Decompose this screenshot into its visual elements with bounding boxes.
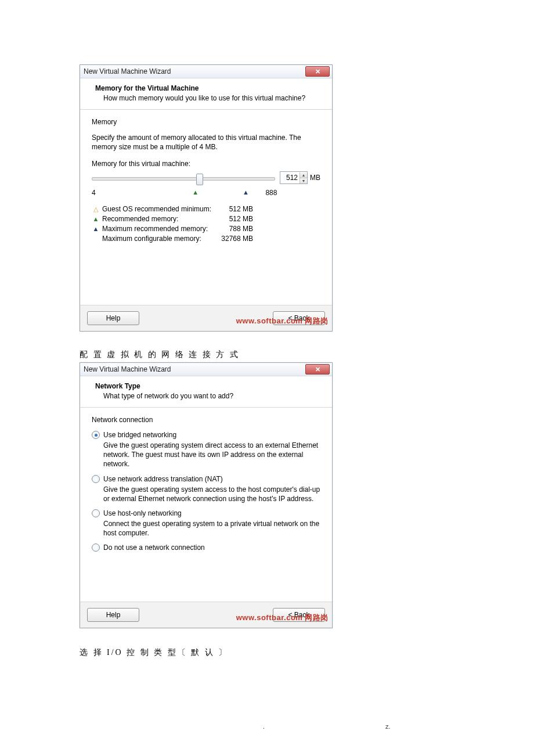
wizard-body: Memory Specify the amount of memory allo…	[80, 110, 332, 305]
max-triangle-icon: ▲	[92, 225, 100, 232]
section-label: Memory	[92, 118, 320, 126]
rec-row: △ Guest OS recommended minimum: 512 MB	[92, 205, 320, 213]
wizard-footer: Help < Back www.softbar.com 网路岗	[80, 305, 332, 331]
section-label: Network connection	[92, 416, 320, 424]
rec-row: ▲ Recommended memory: 512 MB	[92, 215, 320, 223]
spin-down-icon[interactable]: ▼	[300, 178, 307, 183]
option-nat[interactable]: Use network address translation (NAT) Gi…	[92, 475, 320, 503]
rec-label: Maximum recommended memory:	[102, 225, 212, 233]
titlebar[interactable]: New Virtual Machine Wizard ✕	[80, 363, 332, 376]
memory-spinbox[interactable]: 512 ▲ ▼	[280, 171, 308, 184]
spin-up-icon[interactable]: ▲	[300, 172, 307, 178]
back-button[interactable]: < Back	[273, 311, 325, 325]
recommendation-table: △ Guest OS recommended minimum: 512 MB ▲…	[92, 205, 320, 243]
option-host-only[interactable]: Use host-only networking Connect the gue…	[92, 509, 320, 538]
help-button[interactable]: Help	[87, 311, 139, 325]
memory-description: Specify the amount of memory allocated t…	[92, 133, 320, 152]
slider-thumb[interactable]	[196, 174, 203, 185]
rec-value: 512 MB	[212, 205, 253, 213]
wizard-body: Network connection Use bridged networkin…	[80, 408, 332, 602]
window-title: New Virtual Machine Wizard	[84, 365, 171, 373]
rec-label: Recommended memory:	[102, 215, 212, 223]
rec-label: Maximum configurable memory:	[102, 235, 212, 243]
recommended-marker-icon: ▲	[192, 189, 199, 196]
option-none[interactable]: Do not use a network connection	[92, 543, 320, 552]
spin-arrows[interactable]: ▲ ▼	[300, 172, 307, 183]
window-title: New Virtual Machine Wizard	[84, 67, 171, 75]
axis-min: 4	[92, 189, 96, 197]
radio-none[interactable]	[92, 543, 100, 552]
option-label: Use network address translation (NAT)	[103, 475, 223, 483]
help-button[interactable]: Help	[87, 608, 139, 622]
footnote-z: z.	[385, 723, 391, 730]
option-description: Connect the guest operating system to a …	[103, 519, 320, 538]
option-label: Use bridged networking	[103, 431, 176, 439]
close-icon: ✕	[315, 69, 320, 75]
option-description: Give the guest operating system direct a…	[103, 441, 320, 469]
wizard-header: Network Type What type of network do you…	[80, 376, 332, 408]
close-button[interactable]: ✕	[305, 66, 330, 77]
wizard-footer: Help < Back www.softbar.com 网路岗	[80, 602, 332, 628]
footnote-dot: .	[263, 723, 265, 730]
rec-value: 32768 MB	[212, 235, 253, 243]
header-title: Network Type	[95, 382, 322, 390]
memory-unit: MB	[310, 174, 320, 182]
rec-value: 788 MB	[212, 225, 253, 233]
slider-axis: 4 ▲ ▲ 888	[92, 189, 320, 197]
header-subtitle: What type of network do you want to add?	[95, 392, 322, 400]
network-wizard-dialog: New Virtual Machine Wizard ✕ Network Typ…	[80, 362, 333, 628]
max-recommended-marker-icon: ▲	[243, 189, 249, 196]
back-button[interactable]: < Back	[273, 608, 325, 622]
memory-slider-row: 512 ▲ ▼ MB	[92, 171, 320, 184]
caption-io-controller: 选 择 I/O 控 制 类 型〔 默 认 〕	[80, 647, 228, 658]
radio-bridged[interactable]	[92, 431, 100, 439]
recommended-triangle-icon: ▲	[92, 215, 100, 222]
close-icon: ✕	[315, 366, 320, 373]
option-description: Give the guest operating system access t…	[103, 485, 320, 503]
radio-nat[interactable]	[92, 475, 100, 483]
titlebar[interactable]: New Virtual Machine Wizard ✕	[80, 65, 332, 78]
memory-wizard-dialog: New Virtual Machine Wizard ✕ Memory for …	[80, 64, 333, 332]
radio-host-only[interactable]	[92, 509, 100, 517]
option-bridged[interactable]: Use bridged networking Give the guest op…	[92, 431, 320, 469]
header-subtitle: How much memory would you like to use fo…	[95, 94, 322, 102]
caption-network: 配 置 虚 拟 机 的 网 络 连 接 方 式	[80, 350, 240, 360]
axis-max: 888	[265, 189, 277, 197]
memory-field-label: Memory for this virtual machine:	[92, 160, 320, 168]
option-label: Use host-only networking	[103, 509, 182, 517]
memory-spin-wrap: 512 ▲ ▼ MB	[280, 171, 320, 184]
rec-row: Maximum configurable memory: 32768 MB	[92, 235, 320, 243]
wizard-header: Memory for the Virtual Machine How much …	[80, 78, 332, 110]
option-label: Do not use a network connection	[103, 543, 205, 552]
rec-label: Guest OS recommended minimum:	[102, 205, 212, 213]
close-button[interactable]: ✕	[305, 364, 330, 375]
memory-value: 512	[280, 174, 300, 182]
warning-triangle-icon: △	[92, 206, 100, 213]
rec-row: ▲ Maximum recommended memory: 788 MB	[92, 225, 320, 233]
header-title: Memory for the Virtual Machine	[95, 84, 322, 92]
memory-slider[interactable]	[92, 172, 275, 183]
rec-value: 512 MB	[212, 215, 253, 223]
